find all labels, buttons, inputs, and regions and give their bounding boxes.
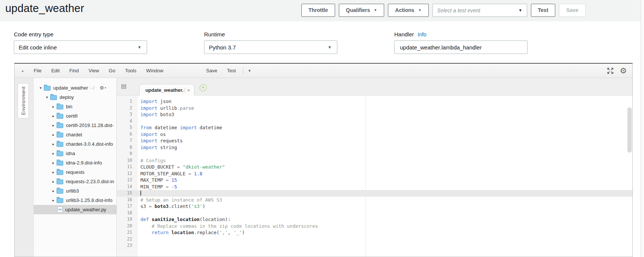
test-event-select[interactable]: Select a test event ▼ (432, 4, 527, 17)
line-number: 5 (117, 124, 137, 131)
chevron-right-icon[interactable]: ▸ (51, 105, 56, 109)
folder-icon (57, 189, 63, 194)
chevron-right-icon[interactable]: ▸ (51, 189, 56, 193)
tree-item[interactable]: ▸chardet (34, 130, 116, 139)
code-line[interactable]: 18 (117, 210, 632, 217)
qualifiers-button-label: Qualifiers (346, 4, 370, 16)
tab-truncation-mark: | (184, 87, 185, 93)
handler-field: Handler Info (394, 31, 528, 54)
throttle-button[interactable]: Throttle (301, 4, 335, 17)
chevron-down-icon[interactable]: ▾ (38, 86, 43, 90)
qualifiers-button[interactable]: Qualifiers ▼ (339, 4, 385, 17)
runtime-select[interactable]: Python 3.7 ▼ (204, 40, 337, 54)
caret-down-icon: ▼ (137, 45, 142, 49)
menu-item-view[interactable]: View (84, 68, 104, 73)
tree-settings-gear-icon[interactable]: ⚙▾ (100, 85, 106, 91)
chevron-down-icon[interactable]: ▾ (45, 95, 49, 99)
settings-gear-icon[interactable]: ⚙ (620, 67, 627, 75)
editor-scrollbar-thumb[interactable] (628, 108, 632, 152)
chevron-right-icon[interactable]: ▸ (51, 123, 56, 127)
tree-item[interactable]: ▸certifi-2019.11.28.dist- (34, 121, 116, 130)
code-line[interactable]: 15 (117, 190, 632, 197)
tree-item-label: urllib3-1.25.8.dist-info (66, 197, 112, 203)
code-line[interactable]: 20 # Replace commas in the zip code loca… (117, 223, 632, 230)
tree-item[interactable]: ▾update_weather- /⚙▾ (34, 83, 116, 93)
code-line[interactable]: 1import json (117, 98, 632, 105)
chevron-right-icon[interactable]: ▸ (51, 179, 56, 184)
save-button[interactable]: Save (559, 4, 586, 17)
tree-item-label: bin (66, 104, 72, 109)
tree-item[interactable]: ▸idna (34, 149, 116, 158)
handler-input[interactable] (399, 44, 522, 51)
menu-item-go[interactable]: Go (104, 68, 120, 73)
page-scrollbar[interactable] (641, 0, 644, 257)
line-text: import urllib.parse (137, 105, 194, 112)
tree-item[interactable]: <>update_weather.py (34, 205, 116, 214)
chevron-right-icon[interactable]: ▸ (51, 142, 56, 146)
editor-tab-update-weather[interactable]: update_weather. | × (139, 84, 194, 96)
actions-button[interactable]: Actions ▼ (388, 4, 428, 17)
new-tab-button[interactable]: + (200, 84, 207, 91)
chevron-right-icon[interactable]: ▸ (51, 151, 56, 155)
tree-item[interactable]: ▸idna-2.9.dist-info (34, 158, 116, 167)
code-entry-select[interactable]: Edit code inline ▼ (14, 40, 147, 54)
code-line[interactable]: 4 (117, 118, 632, 125)
code-line[interactable]: 2import urllib.parse (117, 105, 632, 112)
code-line[interactable]: 21 return location.replace(',', '_') (117, 229, 632, 236)
fullscreen-icon[interactable] (607, 67, 614, 75)
editor-test-action[interactable]: Test (222, 68, 241, 73)
code-line[interactable]: 5from datetime import datetime (117, 124, 632, 131)
test-options-caret-icon[interactable]: ▼ (248, 69, 251, 73)
code-line[interactable]: 12MOTOR_STEP_ANGLE = 1.8 (117, 170, 632, 177)
chevron-right-icon[interactable]: ▸ (51, 198, 56, 202)
tree-item[interactable]: ▸requests-2.23.0.dist-in (34, 177, 116, 186)
code-line[interactable]: 9 (117, 151, 632, 157)
code-line[interactable]: 10# Configs (117, 157, 632, 164)
code-line[interactable]: 8import string (117, 144, 632, 151)
tree-item[interactable]: ▾deploy (34, 93, 116, 102)
code-line[interactable]: 11CLOUD_BUCKET = "dkiot-weather" (117, 164, 632, 170)
tree-item[interactable]: ▸certifi (34, 111, 116, 121)
editor-save-action[interactable]: Save (201, 68, 222, 73)
editor-menubar: ▲ FileEditFindViewGoToolsWindow Save Tes… (15, 64, 632, 78)
tree-item[interactable]: ▸chardet-3.0.4.dist-info (34, 139, 116, 149)
code-line[interactable]: 23 (117, 242, 632, 249)
chevron-right-icon[interactable]: ▸ (51, 170, 56, 174)
menu-item-find[interactable]: Find (64, 68, 83, 73)
menu-item-edit[interactable]: Edit (46, 68, 64, 73)
code-line[interactable]: 17s3 = boto3.client('s3') (117, 203, 632, 210)
folder-icon (44, 86, 51, 91)
tree-item-label: urllib3 (66, 188, 79, 194)
tree-item[interactable]: ▸requests (34, 167, 116, 177)
code-line[interactable]: 14MIN_TEMP = -5 (117, 184, 632, 190)
tree-item-label: deploy (60, 94, 74, 100)
environment-tab[interactable]: Environment (18, 83, 29, 118)
line-text: import requests (137, 137, 183, 144)
editor-pane: ▤ update_weather. | × + 1import json2imp… (117, 78, 632, 257)
line-number: 4 (117, 118, 137, 125)
line-number: 13 (117, 177, 137, 184)
test-button[interactable]: Test (531, 4, 556, 17)
menu-item-tools[interactable]: Tools (120, 68, 141, 73)
chevron-right-icon[interactable]: ▸ (51, 133, 56, 137)
tab-close-icon[interactable]: × (187, 87, 190, 93)
tree-item[interactable]: ▸urllib3 (34, 186, 116, 196)
code-line[interactable]: 19def sanitize_location(location): (117, 216, 632, 223)
code-line[interactable]: 7import requests (117, 137, 632, 144)
tree-item[interactable]: ▸urllib3-1.25.8.dist-info (34, 196, 116, 205)
code-line[interactable]: 3import boto3 (117, 111, 632, 118)
chevron-right-icon[interactable]: ▸ (51, 161, 56, 165)
collapse-editor-icon[interactable]: ▲ (21, 69, 24, 73)
code-line[interactable]: 22 (117, 236, 632, 243)
menu-item-file[interactable]: File (29, 68, 46, 73)
menu-item-window[interactable]: Window (141, 68, 168, 73)
code-line[interactable]: 6import os (117, 131, 632, 138)
handler-info-link[interactable]: Info (418, 31, 426, 37)
caret-down-icon: ▼ (328, 45, 332, 49)
chevron-right-icon[interactable]: ▸ (51, 114, 56, 118)
code-line[interactable]: 13MAX_TEMP = 15 (117, 177, 632, 184)
tab-list-icon[interactable]: ▤ (121, 82, 127, 90)
code-line[interactable]: 16# Setup an instance of AWS S3 (117, 197, 632, 203)
code-area[interactable]: 1import json2import urllib.parse3import … (117, 96, 632, 257)
tree-item[interactable]: ▸bin (34, 102, 116, 111)
